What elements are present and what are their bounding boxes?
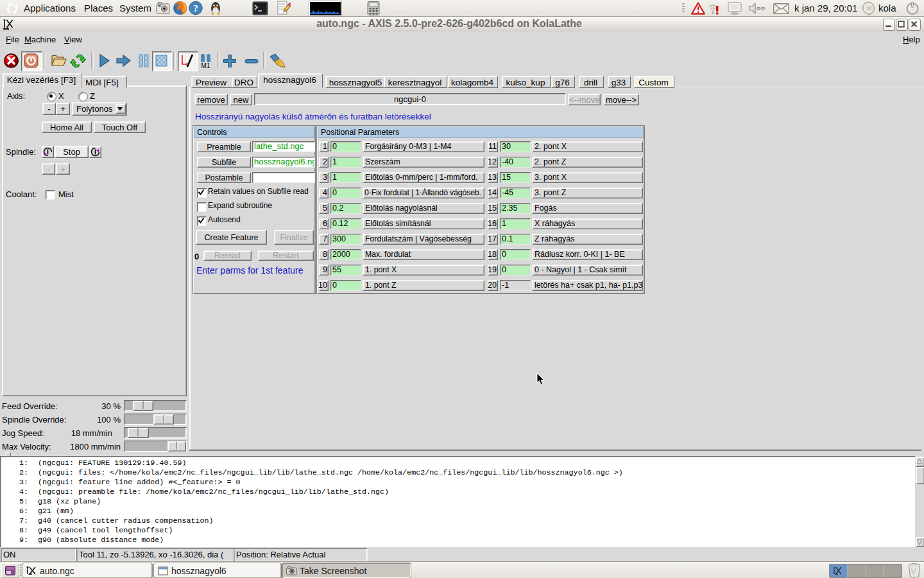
svg-text:?: ? <box>193 3 198 13</box>
svg-text:M1: M1 <box>201 62 210 69</box>
